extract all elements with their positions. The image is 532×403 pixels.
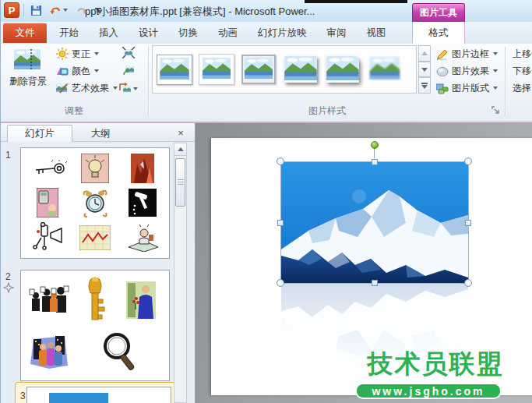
clipart-gold-key <box>72 275 118 326</box>
tab-review[interactable]: 审阅 <box>317 23 357 43</box>
scrollbar-thumb[interactable] <box>175 158 185 207</box>
style-thumbnail-metal-frame[interactable] <box>239 49 278 90</box>
bring-forward-button[interactable]: 上移一层 <box>507 45 532 62</box>
selection-pane-button[interactable]: 选择窗格 <box>507 80 532 97</box>
resize-handle-bottom[interactable] <box>372 280 378 286</box>
resize-handle-left[interactable] <box>277 220 284 226</box>
picture-effects-dropdown-arrow[interactable] <box>493 69 498 72</box>
picture-tools-header: 图片工具 <box>412 3 465 22</box>
rotate-handle[interactable] <box>371 141 379 149</box>
clipart-person-reading <box>118 221 166 255</box>
picture-styles-gallery <box>152 45 417 94</box>
color-dropdown-arrow[interactable] <box>94 69 99 72</box>
color-icon <box>56 65 69 77</box>
slide-2-thumbnail[interactable] <box>20 270 170 381</box>
compress-pictures-icon <box>122 47 135 58</box>
corrections-button[interactable]: 更正 <box>54 45 120 62</box>
picture-layout-dropdown-arrow[interactable] <box>493 87 498 90</box>
reset-picture-button[interactable] <box>119 81 138 96</box>
picture-effects-shape-icon <box>436 65 449 77</box>
picture-effects-button[interactable]: 图片效果 <box>434 62 500 80</box>
tab-outline[interactable]: 大纲 <box>74 125 127 142</box>
group-separator <box>148 47 149 115</box>
slide-1-clipart-grid <box>24 151 166 255</box>
remove-background-button[interactable]: 删除背景 <box>5 45 51 101</box>
scrollbar-up-button[interactable] <box>174 143 186 156</box>
style-thumbnail-white-frame[interactable] <box>197 49 236 90</box>
adjust-group-label: 调整 <box>1 104 147 118</box>
ribbon-tab-row: 文件 开始 插入 设计 切换 动画 幻灯片放映 审阅 视图 格式 <box>1 22 532 44</box>
tab-format-active[interactable]: 格式 <box>412 22 465 44</box>
adjust-buttons-column: 更正 颜色 艺术效果 <box>54 45 120 97</box>
panel-scrollbar[interactable] <box>174 143 187 403</box>
slide-1-thumbnail[interactable] <box>20 147 170 259</box>
resize-handle-bottom-right[interactable] <box>464 279 472 287</box>
group-separator <box>505 47 506 115</box>
style-thumbnail-rounded-shadow[interactable] <box>323 49 362 90</box>
compress-pictures-button[interactable] <box>119 45 138 60</box>
save-icon[interactable] <box>28 2 44 18</box>
resize-handle-right[interactable] <box>465 220 471 226</box>
artistic-effects-dropdown-arrow[interactable] <box>113 87 118 90</box>
undo-icon[interactable] <box>48 2 69 18</box>
group-picture-styles: 图片边框 图片效果 图片版式 <box>150 44 504 120</box>
corrections-sun-icon <box>56 48 69 60</box>
tab-file[interactable]: 文件 <box>3 23 47 43</box>
selected-mountain-picture[interactable] <box>281 162 468 283</box>
corrections-dropdown-arrow[interactable] <box>94 52 99 55</box>
undo-dropdown-arrow[interactable] <box>63 9 68 12</box>
picture-layout-button[interactable]: 图片版式 <box>434 80 500 97</box>
clipart-city-crowd <box>26 326 72 376</box>
artistic-effects-icon <box>56 82 69 94</box>
remove-background-icon <box>14 49 42 71</box>
resize-handle-bottom-left[interactable] <box>277 279 284 287</box>
tab-transitions[interactable]: 切换 <box>168 23 208 43</box>
clipart-red-abstract <box>118 151 166 186</box>
slide-3-number: 3 <box>20 391 26 401</box>
gallery-scroll-buttons <box>418 45 431 94</box>
gallery-scroll-down-button[interactable] <box>418 62 431 78</box>
title-bar: P ppt小插图素材库.ppt [兼容模式] - Microsoft Power… <box>1 0 532 22</box>
resize-handle-top-right[interactable] <box>464 157 472 165</box>
clipart-line-chart <box>72 221 119 255</box>
tab-animations[interactable]: 动画 <box>208 23 248 43</box>
panel-tab-bar: 幻灯片 大纲 × <box>1 123 195 142</box>
picture-border-dropdown-arrow[interactable] <box>493 52 498 55</box>
powerpoint-app-icon[interactable]: P <box>4 2 19 18</box>
resize-handle-top[interactable] <box>372 159 378 165</box>
artistic-effects-button[interactable]: 艺术效果 <box>54 80 120 97</box>
slide-3-blue-shape <box>49 393 108 403</box>
picture-border-button[interactable]: 图片边框 <box>434 45 500 62</box>
watermark-url-badge: www.jsgho.com <box>355 383 502 399</box>
slide-page[interactable]: 技术员联盟 www.jsgho.com <box>211 138 532 395</box>
slide-3-selected-wrapper[interactable]: 3 <box>15 382 175 403</box>
slide-canvas-area: 技术员联盟 www.jsgho.com <box>196 123 532 403</box>
style-thumbnail-drop-shadow[interactable] <box>281 49 320 90</box>
picture-border-pen-icon <box>436 48 449 60</box>
style-thumbnail-simple-frame[interactable] <box>155 49 194 90</box>
dialog-launcher-icon[interactable] <box>491 106 501 115</box>
adjust-small-buttons <box>119 45 138 96</box>
resize-handle-top-left[interactable] <box>277 157 284 165</box>
send-backward-button[interactable]: 下移一层 <box>507 62 532 80</box>
tab-view[interactable]: 视图 <box>357 23 396 43</box>
change-picture-button[interactable] <box>119 63 138 78</box>
slide-3-thumbnail[interactable] <box>26 387 171 403</box>
powerpoint-window: P ppt小插图素材库.ppt [兼容模式] - Microsoft Power… <box>0 0 532 403</box>
qat-divider <box>23 4 24 16</box>
reset-picture-dropdown-arrow[interactable] <box>133 87 138 90</box>
style-thumbnail-soft-edge[interactable] <box>365 49 404 90</box>
color-button[interactable]: 颜色 <box>54 62 120 80</box>
tab-design[interactable]: 设计 <box>129 23 168 43</box>
tab-slideshow[interactable]: 幻灯片放映 <box>248 23 317 43</box>
gallery-scroll-up-button[interactable] <box>418 45 431 62</box>
picture-style-options: 图片边框 图片效果 图片版式 <box>434 45 500 97</box>
gallery-more-button[interactable] <box>418 77 431 94</box>
slide-1-number: 1 <box>5 150 11 161</box>
group-arrange-partial: 上移一层 下移一层 选择窗格 <box>507 45 532 97</box>
panel-close-icon[interactable]: × <box>174 125 188 140</box>
tab-insert[interactable]: 插入 <box>89 23 129 43</box>
rotate-handle-stem <box>374 148 375 158</box>
tab-home[interactable]: 开始 <box>49 23 89 43</box>
tab-slides[interactable]: 幻灯片 <box>7 125 72 142</box>
